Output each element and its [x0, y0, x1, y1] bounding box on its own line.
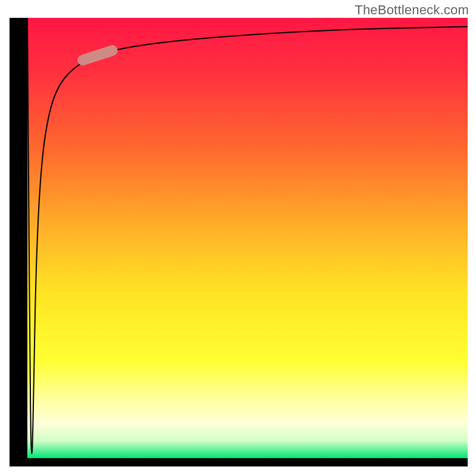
curve-layer [27, 18, 468, 458]
bottleneck-curve [27, 18, 468, 454]
plot-area [27, 18, 468, 458]
chart-frame [10, 18, 468, 466]
attribution-text: TheBottleneck.com [355, 2, 469, 18]
chart-canvas: TheBottleneck.com [0, 0, 476, 476]
